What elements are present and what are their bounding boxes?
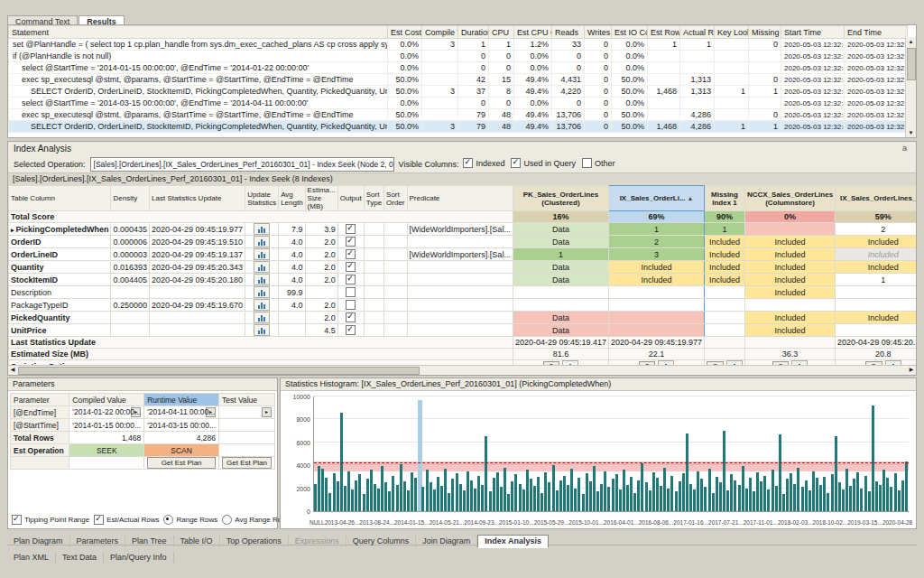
tab-join-diagram[interactable]: Join Diagram [416,536,477,547]
visible-columns-option-other[interactable]: Other [582,158,615,168]
parameter-row[interactable]: [@EndTime]▸'2014-01-22 00:00...▸'2014-04… [11,406,275,419]
tab-table-i-o[interactable]: Table I/O [174,536,220,547]
column-header-est-cpu-cost[interactable]: Est CPU Cost % [514,26,552,39]
update-statistics-button[interactable] [254,299,270,311]
statement-row[interactable]: select @StartTime = '2014-01-15 00:00:00… [9,62,908,74]
column-header-table-column[interactable]: Table Column [9,186,111,211]
statement-row[interactable]: SELECT OrderID, OrderLineID, StockItemID… [9,121,908,133]
index-column-header-missing-index-1[interactable]: Missing Index 1 [705,186,745,211]
output-checkbox[interactable] [346,249,356,259]
statement-row[interactable]: set @PlanHandle = ( select top 1 cp.plan… [9,39,908,51]
get-est-plan-button[interactable]: Get Est Plan [147,457,216,469]
option-range-rows[interactable]: Range Rows [163,515,217,525]
index-analysis-row[interactable]: OrderLineID0.0000032020-04-29 09:45:19.1… [9,248,917,261]
column-header-duration[interactable]: Duration [458,26,489,39]
column-header-actual-rows[interactable]: Actual Rows [680,26,715,39]
column-header-avg-length[interactable]: Avg Length [279,186,305,211]
tab-parameters[interactable]: Parameters [70,536,126,547]
column-header-output[interactable]: Output [337,186,364,211]
column-header-predicate[interactable]: Predicate [407,186,513,211]
get-est-plan-button[interactable]: Get Est Plan [222,457,272,469]
checkbox-icon[interactable] [463,158,473,168]
column-header-writes[interactable]: Writes [585,26,612,39]
update-statistics-button[interactable] [254,236,270,247]
column-header-start-time[interactable]: Start Time [781,26,845,39]
column-header-density[interactable]: Density [111,186,150,211]
test-value-field[interactable]: ▸ [219,406,275,419]
column-header-test-value[interactable]: Test Value [219,394,275,406]
column-header-est-io-cost[interactable]: Est IO Cost % [612,26,648,39]
output-checkbox[interactable] [346,275,356,284]
output-checkbox[interactable] [346,312,356,322]
column-header-est-rows[interactable]: Est Rows [648,26,680,39]
expand-value-icon[interactable]: ▸ [262,407,272,417]
statement-row[interactable]: exec sp_executesql @stmt, @params, @Star… [9,109,908,121]
expand-value-icon[interactable]: ▸ [206,407,216,417]
index-column-header-nccx-sales-orderlines-columnstore[interactable]: NCCX_Sales_OrderLines (Columnstore) [744,186,835,211]
option-tipping-point-range[interactable]: Tipping Point Range [12,515,89,525]
statement-row[interactable]: select @StartTime = '2014-03-15 00:00:00… [9,98,908,109]
column-header-runtime-value[interactable]: Runtime Value [144,394,219,406]
scroll-left-icon[interactable]: ◀ [8,366,17,374]
index-grid-horizontal-scrollbar[interactable]: ◀ ▶ [8,365,916,375]
scroll-up-icon[interactable]: ▲ [906,37,916,46]
tab-plan-query-info[interactable]: Plan/Query Info [104,552,174,564]
column-header-cpu[interactable]: CPU [489,26,514,39]
tab-plan-diagram[interactable]: Plan Diagram [7,536,70,547]
column-header-end-time[interactable]: End Time [845,26,908,39]
visible-columns-option-used-in-query[interactable]: Used in Query [511,158,576,168]
update-statistics-button[interactable] [254,286,270,298]
column-header-estima-size-mb[interactable]: Estima... Size (MB) [305,186,337,211]
scroll-right-icon[interactable]: ▶ [907,366,916,374]
output-checkbox[interactable] [346,300,356,310]
column-header-statement[interactable]: Statement [9,26,388,39]
tab-plan-xml[interactable]: Plan XML [7,552,56,564]
scroll-down-icon[interactable]: ▼ [906,128,916,137]
statement-row[interactable]: if (@PlanHandle is not null)0.0%000.0%00… [9,51,908,62]
update-statistics-button[interactable] [254,274,270,285]
update-statistics-button[interactable] [254,324,270,336]
index-analysis-row[interactable]: PickedQuantity2.0DataIncludedIncludedInc… [9,312,917,324]
parameter-row[interactable]: [@StartTime]'2014-01-15 00:00...'2014-03… [11,419,275,432]
index-analysis-row[interactable]: ▸ PickingCompletedWhen0.0004352020-04-29… [9,223,917,236]
statement-vertical-scrollbar[interactable]: ▲ ▼ [905,37,916,137]
index-analysis-row[interactable]: Description99.9Included [9,286,917,299]
column-header-compiled-value[interactable]: Compiled Value [69,394,144,406]
column-header-sort-type[interactable]: Sort Type [364,186,383,211]
statement-row[interactable]: exec sp_executesql @stmt, @params, @Star… [9,74,908,86]
column-header-missing-ind[interactable]: Missing Ind... [749,26,781,39]
histogram-plot[interactable]: 0200040006000800010000 [313,396,909,512]
expand-value-icon[interactable]: ▸ [131,407,141,417]
test-value-field[interactable] [219,419,275,432]
column-header-est-cost[interactable]: Est Cost % [388,26,422,39]
index-analysis-row[interactable]: StockItemID0.0044052020-04-29 09:45:20.1… [9,274,917,286]
output-checkbox[interactable] [346,287,356,297]
output-checkbox[interactable] [346,224,356,234]
tab-top-operations[interactable]: Top Operations [220,536,289,547]
checkbox-icon[interactable] [94,515,104,525]
tab-query-columns[interactable]: Query Columns [346,536,417,547]
index-column-header-pk-sales-orderlines-clustered[interactable]: PK_Sales_OrderLines (Clustered) [513,186,608,211]
tab-index-analysis[interactable]: Index Analysis [477,535,549,548]
update-statistics-button[interactable] [254,248,270,260]
option-est-actual-rows[interactable]: Est/Actual Rows [94,515,159,525]
tab-text-data[interactable]: Text Data [56,552,104,564]
column-header-last-statistics-update[interactable]: Last Statistics Update [150,186,245,211]
column-header-reads[interactable]: Reads [552,26,585,39]
column-header-parameter[interactable]: Parameter [11,394,69,406]
index-analysis-row[interactable]: PackageTypeID0.2500002020-04-29 09:45:19… [9,299,917,312]
output-checkbox[interactable] [346,262,356,272]
scrollbar-thumb[interactable] [907,48,916,80]
checkbox-icon[interactable] [582,158,592,168]
output-checkbox[interactable] [346,325,356,335]
column-header-key-lookups[interactable]: Key Lookups [715,26,749,39]
panel-options-icon[interactable]: a [899,142,910,155]
checkbox-icon[interactable] [12,515,22,525]
checkbox-icon[interactable] [511,158,521,168]
index-analysis-row[interactable]: UnitPrice4.5DataIncluded [9,324,917,337]
index-column-header-ix-sales-orderli[interactable]: IX_Sales_OrderLi... ▲ [608,186,704,211]
visible-columns-option-indexed[interactable]: Indexed [463,158,504,168]
index-analysis-row[interactable]: OrderID0.0000062020-04-29 09:45:19.5104.… [9,236,917,248]
update-statistics-button[interactable] [254,223,270,235]
column-header-compile-time[interactable]: Compile Time [422,26,458,39]
